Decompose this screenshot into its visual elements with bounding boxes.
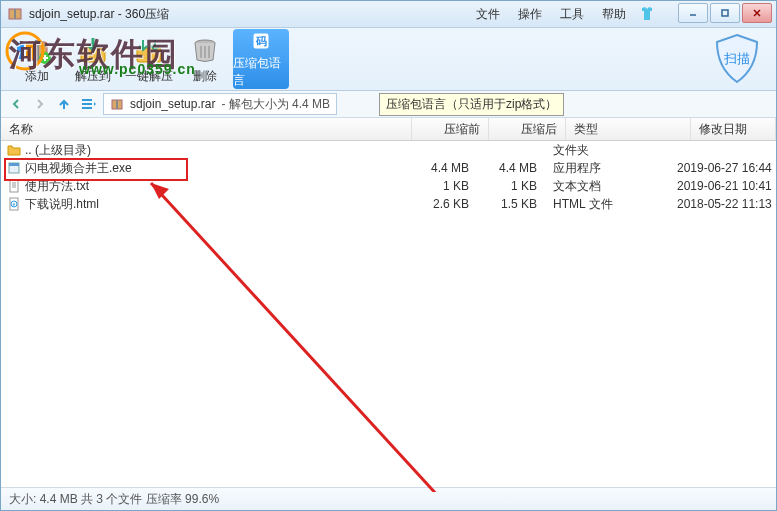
menu-bar: 文件 操作 工具 帮助 bbox=[476, 1, 626, 27]
nav-back-button[interactable] bbox=[7, 95, 25, 113]
one-click-icon bbox=[133, 34, 165, 66]
column-headers: 名称 压缩前 压缩后 类型 修改日期 bbox=[1, 118, 776, 141]
folder-icon bbox=[7, 143, 21, 157]
language-icon: 码 bbox=[245, 29, 277, 53]
site-logo-icon bbox=[5, 31, 45, 71]
list-item[interactable]: .. (上级目录) 文件夹 bbox=[1, 141, 776, 159]
col-name[interactable]: 名称 bbox=[1, 118, 412, 140]
path-box[interactable]: sdjoin_setup.rar - 解包大小为 4.4 MB bbox=[103, 93, 337, 115]
svg-rect-4 bbox=[14, 9, 16, 19]
nav-up-button[interactable] bbox=[55, 95, 73, 113]
svg-point-0 bbox=[7, 33, 43, 69]
tooltip: 压缩包语言（只适用于zip格式） bbox=[379, 93, 564, 116]
html-icon: e bbox=[7, 197, 21, 211]
app-icon bbox=[7, 6, 23, 22]
menu-operate[interactable]: 操作 bbox=[518, 6, 542, 23]
archive-name: sdjoin_setup.rar bbox=[130, 97, 215, 111]
delete-label: 删除 bbox=[193, 68, 217, 85]
one-click-extract-button[interactable]: 一键解压 bbox=[121, 29, 177, 89]
txt-icon bbox=[7, 179, 21, 193]
svg-rect-1 bbox=[17, 43, 24, 59]
svg-rect-27 bbox=[116, 100, 118, 109]
menu-file[interactable]: 文件 bbox=[476, 6, 500, 23]
maximize-button[interactable] bbox=[710, 3, 740, 23]
toolbar: 添加 解压到 一键解压 删除 码 压缩包语言 扫描 bbox=[1, 28, 776, 91]
menu-tool[interactable]: 工具 bbox=[560, 6, 584, 23]
svg-rect-30 bbox=[10, 180, 18, 192]
status-text: 大小: 4.4 MB 共 3 个文件 压缩率 99.6% bbox=[9, 491, 219, 508]
col-type[interactable]: 类型 bbox=[566, 118, 691, 140]
svg-text:码: 码 bbox=[255, 35, 267, 47]
status-bar: 大小: 4.4 MB 共 3 个文件 压缩率 99.6% bbox=[1, 487, 776, 510]
col-after[interactable]: 压缩后 bbox=[489, 118, 566, 140]
extract-to-icon bbox=[77, 34, 109, 66]
extract-to-button[interactable]: 解压到 bbox=[65, 29, 121, 89]
svg-text:e: e bbox=[13, 201, 16, 207]
extract-to-label: 解压到 bbox=[75, 68, 111, 85]
view-mode-button[interactable] bbox=[79, 95, 97, 113]
col-before[interactable]: 压缩前 bbox=[412, 118, 489, 140]
svg-rect-6 bbox=[722, 10, 728, 16]
delete-icon bbox=[189, 34, 221, 66]
svg-rect-15 bbox=[137, 48, 161, 62]
svg-rect-29 bbox=[9, 163, 19, 166]
list-item[interactable]: 使用方法.txt 1 KB 1 KB 文本文档 2019-06-21 10:41 bbox=[1, 177, 776, 195]
file-list: .. (上级目录) 文件夹 闪电视频合并王.exe 4.4 MB 4.4 MB … bbox=[1, 141, 776, 492]
skin-icon[interactable] bbox=[638, 5, 656, 23]
app-window: 河东软件园 www.pc0359.cn sdjoin_setup.rar - 3… bbox=[0, 0, 777, 511]
window-controls bbox=[678, 3, 772, 23]
one-click-label: 一键解压 bbox=[125, 68, 173, 85]
window-title: sdjoin_setup.rar - 360压缩 bbox=[29, 6, 169, 23]
scan-button[interactable]: 扫描 bbox=[710, 32, 764, 86]
menu-help[interactable]: 帮助 bbox=[602, 6, 626, 23]
minimize-button[interactable] bbox=[678, 3, 708, 23]
list-item[interactable]: e下载说明.html 2.6 KB 1.5 KB HTML 文件 2018-05… bbox=[1, 195, 776, 213]
archive-icon bbox=[110, 97, 124, 111]
nav-forward-button[interactable] bbox=[31, 95, 49, 113]
svg-line-37 bbox=[151, 183, 439, 492]
list-item[interactable]: 闪电视频合并王.exe 4.4 MB 4.4 MB 应用程序 2019-06-2… bbox=[1, 159, 776, 177]
delete-button[interactable]: 删除 bbox=[177, 29, 233, 89]
language-label: 压缩包语言 bbox=[233, 55, 289, 89]
exe-icon bbox=[7, 161, 21, 175]
annotation-arrow bbox=[31, 177, 451, 492]
title-bar: sdjoin_setup.rar - 360压缩 文件 操作 工具 帮助 bbox=[1, 1, 776, 28]
archive-info: - 解包大小为 4.4 MB bbox=[221, 96, 330, 113]
archive-language-button[interactable]: 码 压缩包语言 bbox=[233, 29, 289, 89]
col-date[interactable]: 修改日期 bbox=[691, 118, 776, 140]
close-button[interactable] bbox=[742, 3, 772, 23]
svg-text:扫描: 扫描 bbox=[723, 51, 750, 66]
svg-rect-2 bbox=[26, 43, 33, 59]
